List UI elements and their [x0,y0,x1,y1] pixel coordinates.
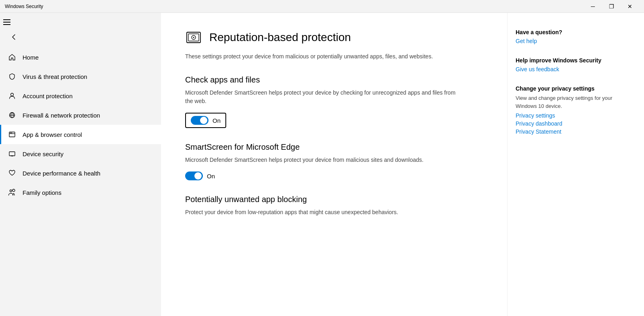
privacy-settings-link[interactable]: Privacy settings [516,112,632,119]
sidebar: Home Virus & threat protection [0,13,161,316]
nav-items: Home Virus & threat protection [0,48,161,316]
sidebar-item-firewall[interactable]: Firewall & network protection [0,105,161,125]
sidebar-item-devicesecurity[interactable]: Device security [0,144,161,163]
section-desc-pua: Protect your device from low-reputation … [185,208,459,217]
section-desc-check-apps: Microsoft Defender SmartScreen helps pro… [185,89,459,105]
toggle-smartscreen[interactable]: On [185,171,215,180]
sidebar-item-home[interactable]: Home [0,48,161,67]
sidebar-item-account[interactable]: Account protection [0,86,161,105]
svg-rect-8 [9,152,15,156]
browser-icon [8,130,16,138]
heart-icon [8,169,16,177]
help-heading-improve: Help improve Windows Security [516,57,632,64]
section-title-pua: Potentially unwanted app blocking [185,195,483,204]
device-icon [8,150,16,158]
help-section-privacy: Change your privacy settings View and ch… [516,85,632,135]
section-title-smartscreen: SmartScreen for Microsoft Edge [185,143,483,152]
svg-rect-7 [11,133,12,134]
right-panel: Have a question? Get help Help improve W… [507,13,644,316]
section-title-check-apps: Check apps and files [185,75,483,85]
help-section-improve: Help improve Windows Security Give us fe… [516,57,632,72]
page-header-icon [185,29,202,46]
sidebar-item-devicehealth-label: Device performance & health [23,170,100,177]
app-title: Windows Security [5,4,584,9]
hamburger-button[interactable] [0,16,161,28]
svg-point-12 [12,189,15,192]
page-header: Reputation-based protection [185,29,483,46]
close-button[interactable]: ✕ [621,0,639,13]
toggle-row-smartscreen: On [185,171,483,180]
toggle-switch-smartscreen[interactable] [185,171,203,180]
sidebar-item-devicesecurity-label: Device security [23,151,64,157]
main-content: Reputation-based protection These settin… [161,13,507,316]
feedback-link[interactable]: Give us feedback [516,66,632,72]
privacy-text: View and change privacy settings for you… [516,94,632,110]
help-section-question: Have a question? Get help [516,29,632,44]
network-icon [8,111,16,119]
sidebar-item-home-label: Home [23,54,39,61]
svg-point-16 [193,37,194,38]
title-bar: Windows Security ─ ❐ ✕ [0,0,644,13]
sidebar-item-firewall-label: Firewall & network protection [23,112,100,119]
page-title: Reputation-based protection [209,31,351,44]
sidebar-item-family[interactable]: Family options [0,183,161,202]
toggle-row-check-apps: On [185,113,483,128]
section-desc-smartscreen: Microsoft Defender SmartScreen helps pro… [185,156,459,164]
toggle-check-apps[interactable]: On [185,113,226,128]
svg-rect-6 [10,133,11,134]
sidebar-item-devicehealth[interactable]: Device performance & health [0,163,161,183]
sidebar-item-account-label: Account protection [23,93,72,99]
person-icon [8,92,16,100]
get-help-link[interactable]: Get help [516,38,632,44]
back-button[interactable] [6,30,21,44]
shield-icon [8,72,16,81]
app-body: Home Virus & threat protection [0,13,644,316]
help-heading-question: Have a question? [516,29,632,35]
sidebar-item-appbrowser-label: App & browser control [23,131,82,138]
restore-button[interactable]: ❐ [602,0,621,13]
minimize-button[interactable]: ─ [584,0,602,13]
privacy-dashboard-link[interactable]: Privacy dashboard [516,120,632,127]
help-heading-privacy: Change your privacy settings [516,85,632,92]
sidebar-item-appbrowser[interactable]: App & browser control [0,125,161,144]
page-subtitle: These settings protect your device from … [185,52,467,61]
sidebar-item-virus-label: Virus & threat protection [23,73,87,80]
svg-point-11 [10,190,12,192]
privacy-statement-link[interactable]: Privacy Statement [516,128,632,135]
family-icon [8,188,16,196]
sidebar-item-virus[interactable]: Virus & threat protection [0,67,161,86]
sidebar-item-family-label: Family options [23,189,62,196]
toggle-label-check-apps: On [213,117,221,124]
home-icon [8,53,16,61]
toggle-switch-check-apps[interactable] [191,116,208,125]
svg-point-0 [11,93,14,96]
toggle-label-smartscreen: On [207,173,215,180]
window-controls: ─ ❐ ✕ [584,0,639,13]
